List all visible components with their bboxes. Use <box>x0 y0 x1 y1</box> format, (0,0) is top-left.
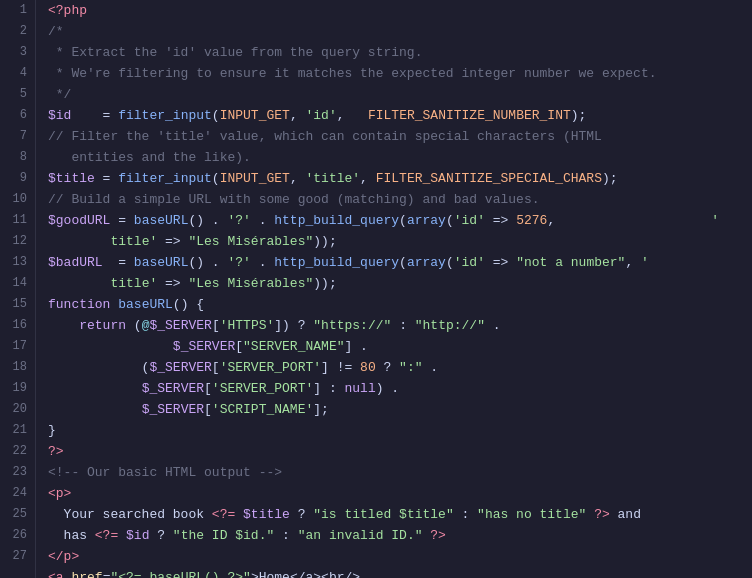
line-num-21: 21 <box>8 420 27 441</box>
line-num-24: 24 <box>8 483 27 504</box>
line-num-17: 17 <box>8 336 27 357</box>
code-editor: 1 2 3 4 5 6 7 8 9 10 11 12 13 14 15 16 1… <box>0 0 752 578</box>
line-num-9: 9 <box>8 168 27 189</box>
line-num-8: 8 <box>8 147 27 168</box>
line-num-10: 10 <box>8 189 27 210</box>
line-num-4: 4 <box>8 63 27 84</box>
line-num-3: 3 <box>8 42 27 63</box>
line-num-25: 25 <box>8 504 27 525</box>
code-line-15: ($_SERVER['SERVER_PORT'] != 80 ? ":" . <box>48 357 752 378</box>
code-line-22: Your searched book <?= $title ? "is titl… <box>48 504 752 525</box>
code-line-7: // Filter the 'title' value, which can c… <box>48 126 752 147</box>
code-line-6: $id = filter_input(INPUT_GET, 'id', FILT… <box>48 105 752 126</box>
line-num-12: 12 <box>8 231 27 252</box>
code-line-16: $_SERVER['SERVER_PORT'] : null) . <box>48 378 752 399</box>
code-line-14: $_SERVER["SERVER_NAME"] . <box>48 336 752 357</box>
line-num-1: 1 <box>8 0 27 21</box>
code-line-12: function baseURL() { <box>48 294 752 315</box>
line-num-11: 11 <box>8 210 27 231</box>
code-line-21: <p> <box>48 483 752 504</box>
code-line-1: <?php <box>48 0 752 21</box>
line-num-20: 20 <box>8 399 27 420</box>
code-line-25: <a href="<?= baseURL() ?>">Home</a><br/> <box>48 567 752 578</box>
line-num-13: 13 <box>8 252 27 273</box>
code-line-20: <!-- Our basic HTML output --> <box>48 462 752 483</box>
code-line-19: ?> <box>48 441 752 462</box>
line-num-5: 5 <box>8 84 27 105</box>
line-num-27: 27 <box>8 546 27 567</box>
code-line-23: has <?= $id ? "the ID $id." : "an invali… <box>48 525 752 546</box>
code-line-18: } <box>48 420 752 441</box>
line-numbers: 1 2 3 4 5 6 7 8 9 10 11 12 13 14 15 16 1… <box>0 0 36 578</box>
line-num-18: 18 <box>8 357 27 378</box>
line-num-19: 19 <box>8 378 27 399</box>
code-line-3: * Extract the 'id' value from the query … <box>48 42 752 63</box>
line-num-16: 16 <box>8 315 27 336</box>
code-line-5: */ <box>48 84 752 105</box>
code-line-2: /* <box>48 21 752 42</box>
line-num-15: 15 <box>8 294 27 315</box>
line-num-6: 6 <box>8 105 27 126</box>
line-num-2: 2 <box>8 21 27 42</box>
line-num-14: 14 <box>8 273 27 294</box>
code-line-8: $title = filter_input(INPUT_GET, 'title'… <box>48 168 752 189</box>
code-lines: <?php /* * Extract the 'id' value from t… <box>36 0 752 578</box>
code-line-7b: entities and the like). <box>48 147 752 168</box>
code-line-24: </p> <box>48 546 752 567</box>
line-num-26: 26 <box>8 525 27 546</box>
code-line-10: $goodURL = baseURL() . '?' . http_build_… <box>48 210 752 231</box>
code-line-4: * We're filtering to ensure it matches t… <box>48 63 752 84</box>
code-line-13: return (@$_SERVER['HTTPS']) ? "https://"… <box>48 315 752 336</box>
code-line-17: $_SERVER['SCRIPT_NAME']; <box>48 399 752 420</box>
code-line-11b: title' => "Les Misérables")); <box>48 273 752 294</box>
code-line-11: $badURL = baseURL() . '?' . http_build_q… <box>48 252 752 273</box>
code-line-10b: title' => "Les Misérables")); <box>48 231 752 252</box>
code-line-9: // Build a simple URL with some good (ma… <box>48 189 752 210</box>
line-num-7: 7 <box>8 126 27 147</box>
line-num-22: 22 <box>8 441 27 462</box>
line-num-23: 23 <box>8 462 27 483</box>
